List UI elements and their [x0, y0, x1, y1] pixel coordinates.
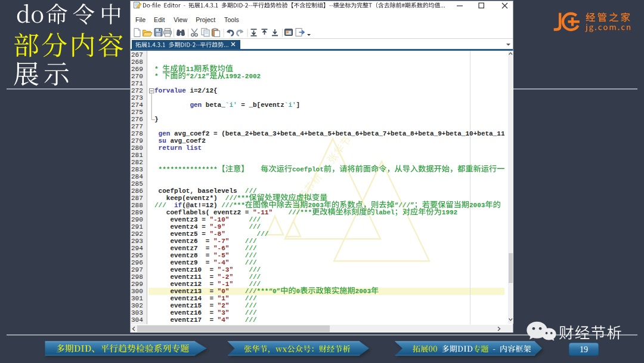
svg-text:19: 19	[580, 345, 588, 354]
